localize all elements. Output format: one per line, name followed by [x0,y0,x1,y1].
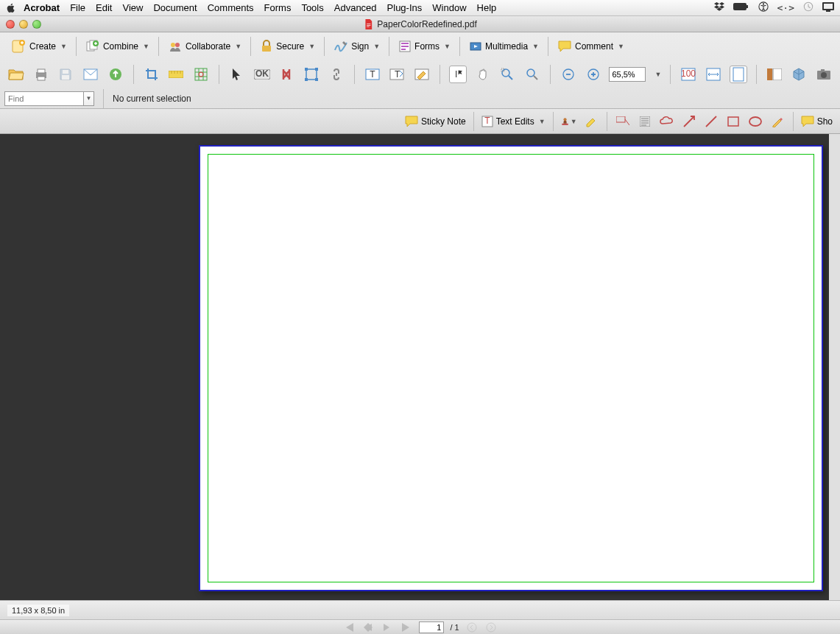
marquee-zoom-icon[interactable] [498,66,516,83]
nav-forward-icon[interactable] [484,621,498,634]
rectangle-icon[interactable] [725,113,741,130]
apple-icon[interactable] [6,3,16,13]
annotation-toolbar: Sticky Note T Text Edits▼ ▼ Sho [0,109,840,134]
find-input[interactable] [4,91,84,106]
menu-appname[interactable]: Acrobat [24,2,60,13]
callout-icon[interactable] [615,113,631,130]
3d-icon[interactable] [790,66,808,83]
menu-document[interactable]: Document [153,2,197,13]
redact-icon[interactable] [278,66,295,83]
open-icon[interactable] [7,66,25,83]
menu-advanced[interactable]: Advanced [334,2,377,13]
svg-rect-36 [305,78,308,81]
show-button[interactable]: Sho [801,116,833,127]
forms-button[interactable]: Forms▼ [395,38,453,54]
macos-menubar: Acrobat File Edit View Document Comments… [0,0,840,16]
page-dimensions: 11,93 x 8,50 in [7,605,69,616]
svg-rect-62 [616,116,625,122]
zoom-out-icon[interactable] [560,66,577,83]
link-icon[interactable] [328,66,345,83]
svg-text:T: T [484,116,490,126]
comment-button[interactable]: Comment▼ [554,38,627,54]
fit-page-icon[interactable] [730,66,747,83]
prev-page-icon[interactable] [361,621,375,634]
svg-text:I: I [455,69,457,80]
sign-button[interactable]: Sign▼ [331,38,383,54]
page-number-input[interactable] [419,621,444,633]
save-icon[interactable] [57,66,75,83]
line-icon[interactable] [703,113,719,130]
zoom-button[interactable] [32,20,41,29]
accessibility-icon[interactable] [758,1,769,14]
svg-text:T: T [395,69,400,80]
menu-help[interactable]: Help [477,2,497,13]
pencil-icon[interactable] [769,113,786,130]
menu-file[interactable]: File [70,2,85,13]
edit-text-icon[interactable] [413,66,431,83]
menu-edit[interactable]: Edit [96,2,112,13]
display-icon[interactable] [822,2,834,14]
menu-tools[interactable]: Tools [301,2,323,13]
zoom-dropdown-caret[interactable]: ▼ [654,71,661,78]
object-icon[interactable] [303,66,320,83]
cloud-icon[interactable] [659,113,675,130]
actual-size-icon[interactable]: 100 [680,66,697,83]
svg-rect-6 [824,4,833,9]
textblock-icon[interactable] [637,113,653,130]
text-edits-button[interactable]: T Text Edits▼ [481,116,546,127]
find-dropdown-caret[interactable]: ▼ [84,91,94,106]
grid-icon[interactable] [192,66,210,83]
page-total: / 1 [450,623,459,632]
menu-comments[interactable]: Comments [208,2,254,13]
pointer-icon[interactable] [228,66,246,83]
create-button[interactable]: Create▼ [7,37,70,56]
ruler-icon[interactable] [167,66,185,83]
select-tool-icon[interactable]: I [449,66,467,83]
crop-icon[interactable] [143,66,160,83]
secure-button[interactable]: Secure▼ [257,38,318,54]
loupe-icon[interactable] [523,66,541,83]
last-page-icon[interactable] [400,621,413,634]
multimedia-button[interactable]: Multimedia▼ [466,38,542,54]
nav-back-icon[interactable] [465,621,479,634]
stamp-icon[interactable]: ▼ [561,113,577,130]
minimize-button[interactable] [19,20,28,29]
highlighter-icon[interactable] [583,113,599,130]
menu-forms[interactable]: Forms [264,2,292,13]
menu-view[interactable]: View [122,2,143,13]
email-icon[interactable] [82,66,99,83]
toolbar-file-view: OK T T I ▼ 100 [0,60,840,88]
zoom-in-icon[interactable] [585,66,602,83]
svg-rect-52 [733,68,744,81]
next-page-icon[interactable] [381,621,394,634]
camera-icon[interactable] [815,66,833,83]
menu-plugins[interactable]: Plug-Ins [387,2,423,13]
pdf-file-icon [363,19,373,29]
first-page-icon[interactable] [342,621,356,634]
touchup-text-icon[interactable]: T [388,66,406,83]
upload-icon[interactable] [107,66,124,83]
zoom-input[interactable] [609,67,646,82]
svg-rect-29 [195,68,207,80]
print-icon[interactable] [32,66,50,83]
vertical-scrollbar[interactable] [829,134,840,600]
code-icon[interactable]: <·> [777,2,794,13]
fit-width-icon[interactable] [705,66,722,83]
document-canvas[interactable] [0,134,840,600]
close-button[interactable] [6,20,15,29]
svg-rect-24 [63,70,68,74]
dropbox-icon[interactable] [714,1,724,14]
svg-rect-1 [747,5,748,8]
combine-button[interactable]: Combine▼ [82,38,152,55]
oval-icon[interactable] [747,113,763,130]
sticky-note-button[interactable]: Sticky Note [405,116,466,127]
hand-tool-icon[interactable] [474,66,492,83]
clock-icon[interactable] [803,1,813,14]
ok-stamp-icon[interactable]: OK [253,66,271,83]
menu-window[interactable]: Window [432,2,466,13]
textbox-icon[interactable]: T [364,66,381,83]
battery-icon[interactable] [733,2,749,13]
collaborate-button[interactable]: Collaborate▼ [165,38,244,55]
thumbnails-icon[interactable] [766,66,783,83]
arrow-icon[interactable] [681,113,697,130]
